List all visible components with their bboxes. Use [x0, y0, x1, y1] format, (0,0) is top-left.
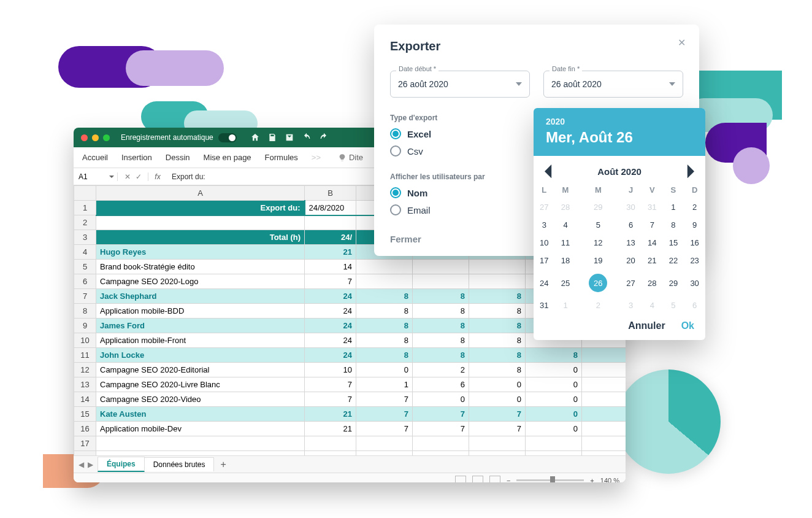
- picker-date: Mer, Août 26: [546, 129, 693, 146]
- calendar-day[interactable]: 17: [534, 252, 555, 269]
- calendar-day[interactable]: 29: [663, 269, 684, 296]
- picker-cancel-button[interactable]: Annuler: [628, 320, 665, 331]
- end-date-label: Date fin *: [550, 65, 582, 72]
- calendar-day[interactable]: 4: [642, 296, 663, 314]
- calendar-day[interactable]: 1: [555, 296, 576, 314]
- add-sheet-button[interactable]: +: [214, 459, 232, 470]
- confirm-entry-icon[interactable]: ✓: [136, 172, 142, 181]
- calendar-day[interactable]: 20: [620, 252, 642, 269]
- save-icon[interactable]: [267, 133, 277, 142]
- calendar-day[interactable]: 4: [555, 216, 576, 234]
- picker-ok-button[interactable]: Ok: [681, 320, 694, 331]
- zoom-slider[interactable]: [516, 479, 584, 481]
- calendar-day[interactable]: 3: [534, 216, 555, 234]
- calendar-day[interactable]: 9: [684, 216, 705, 234]
- calendar-grid: LMMJVSD272829303112345678910111213141516…: [534, 182, 705, 314]
- calendar-day[interactable]: 2: [576, 296, 620, 314]
- lightbulb-icon: [338, 153, 347, 162]
- close-button[interactable]: Fermer: [390, 234, 421, 244]
- calendar-day[interactable]: 23: [684, 252, 705, 269]
- menu-formules[interactable]: Formules: [265, 153, 298, 162]
- calendar-day[interactable]: 31: [534, 296, 555, 314]
- decor-pill: [733, 147, 770, 184]
- chevron-down-icon: [516, 82, 522, 86]
- calendar-day[interactable]: 11: [555, 234, 576, 252]
- calendar-day[interactable]: 14: [642, 234, 663, 252]
- prev-month-icon[interactable]: [545, 164, 553, 178]
- zoom-window-button[interactable]: [103, 134, 110, 141]
- end-date-field: Date fin * 26 août 2020: [543, 71, 683, 98]
- next-month-icon[interactable]: [686, 164, 694, 178]
- autosave-label: Enregistrement automatique: [121, 133, 213, 142]
- calendar-day[interactable]: 29: [576, 198, 620, 216]
- calendar-day[interactable]: 31: [642, 198, 663, 216]
- sheet-prev-icon[interactable]: ◀: [79, 460, 84, 469]
- cancel-entry-icon[interactable]: ✕: [124, 172, 131, 181]
- calendar-day[interactable]: 7: [642, 216, 663, 234]
- zoom-in-icon[interactable]: +: [590, 477, 594, 483]
- menu-dessin[interactable]: Dessin: [166, 153, 190, 162]
- calendar-day[interactable]: 24: [534, 269, 555, 296]
- picker-month-title: Août 2020: [597, 166, 642, 177]
- radio-icon: [390, 187, 401, 198]
- autosave-icon[interactable]: [285, 133, 294, 142]
- radio-icon: [390, 128, 401, 139]
- calendar-day[interactable]: 10: [534, 234, 555, 252]
- calendar-day[interactable]: 3: [620, 296, 642, 314]
- calendar-day[interactable]: 13: [620, 234, 642, 252]
- calendar-day[interactable]: 18: [555, 252, 576, 269]
- calendar-day[interactable]: 6: [684, 296, 705, 314]
- end-date-select[interactable]: 26 août 2020: [543, 71, 683, 98]
- status-bar: − + 140 %: [74, 473, 626, 482]
- menu-mise-en-page[interactable]: Mise en page: [204, 153, 251, 162]
- zoom-out-icon[interactable]: −: [507, 477, 510, 483]
- calendar-day[interactable]: 19: [576, 252, 620, 269]
- close-modal-button[interactable]: ✕: [678, 37, 686, 48]
- calendar-day[interactable]: 26: [576, 269, 620, 296]
- calendar-day[interactable]: 8: [663, 216, 684, 234]
- calendar-day[interactable]: 2: [684, 198, 705, 216]
- undo-icon[interactable]: [302, 133, 312, 142]
- calendar-day[interactable]: 6: [620, 216, 642, 234]
- radio-icon: [390, 204, 401, 215]
- sheet-next-icon[interactable]: ▶: [88, 460, 93, 469]
- close-window-button[interactable]: [81, 134, 88, 141]
- calendar-day[interactable]: 30: [620, 198, 642, 216]
- calendar-day[interactable]: 21: [642, 252, 663, 269]
- calendar-day[interactable]: 27: [534, 198, 555, 216]
- start-date-label: Date début *: [396, 65, 439, 72]
- menu-insertion[interactable]: Insertion: [121, 153, 152, 162]
- calendar-day[interactable]: 16: [684, 234, 705, 252]
- start-date-field: Date début * 26 août 2020: [390, 71, 530, 98]
- zoom-level: 140 %: [600, 477, 619, 483]
- calendar-day[interactable]: 30: [684, 269, 705, 296]
- calendar-day[interactable]: 28: [555, 198, 576, 216]
- minimize-window-button[interactable]: [92, 134, 99, 141]
- page-layout-view-icon[interactable]: [472, 476, 483, 483]
- calendar-day[interactable]: 25: [555, 269, 576, 296]
- calendar-day[interactable]: 12: [576, 234, 620, 252]
- tell-me[interactable]: Dite: [338, 153, 363, 162]
- home-icon[interactable]: [250, 133, 260, 142]
- calendar-day[interactable]: 22: [663, 252, 684, 269]
- calendar-day[interactable]: 27: [620, 269, 642, 296]
- sheet-tab-donnees[interactable]: Données brutes: [144, 457, 215, 471]
- redo-icon[interactable]: [319, 133, 329, 142]
- calendar-day[interactable]: 5: [663, 296, 684, 314]
- decor-pie: [616, 369, 721, 474]
- calendar-day[interactable]: 5: [576, 216, 620, 234]
- chevron-down-icon: [669, 82, 675, 86]
- calendar-day[interactable]: 28: [642, 269, 663, 296]
- page-break-view-icon[interactable]: [489, 476, 500, 483]
- name-box[interactable]: A1: [74, 172, 118, 181]
- picker-year[interactable]: 2020: [546, 117, 693, 126]
- calendar-day[interactable]: 15: [663, 234, 684, 252]
- fx-icon[interactable]: fx: [148, 172, 167, 181]
- sheet-tab-equipes[interactable]: Équipes: [98, 457, 145, 472]
- menu-accueil[interactable]: Accueil: [82, 153, 108, 162]
- start-date-select[interactable]: 26 août 2020: [390, 71, 530, 98]
- autosave-toggle[interactable]: [218, 133, 237, 142]
- modal-title: Exporter: [390, 39, 683, 53]
- calendar-day[interactable]: 1: [663, 198, 684, 216]
- normal-view-icon[interactable]: [455, 476, 466, 483]
